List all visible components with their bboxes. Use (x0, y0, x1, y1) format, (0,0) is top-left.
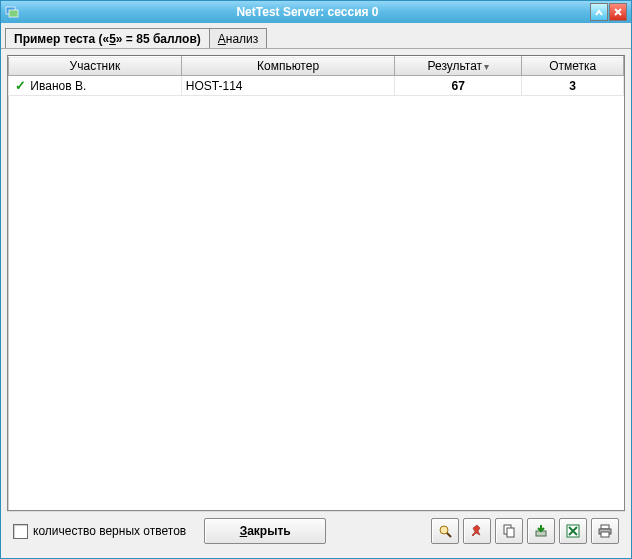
content-area: Участник Компьютер Результат▾ Отметка ✓ … (1, 49, 631, 558)
save-button[interactable] (527, 518, 555, 544)
cell-mark: 3 (522, 76, 624, 96)
col-header-computer[interactable]: Компьютер (181, 57, 394, 76)
results-table: Участник Компьютер Результат▾ Отметка ✓ … (8, 56, 624, 96)
svg-rect-6 (536, 531, 546, 536)
app-window: NetTest Server: сессия 0 Пример теста («… (0, 0, 632, 559)
printer-icon (597, 523, 613, 539)
checkmark-icon: ✓ (13, 78, 27, 93)
tab-test-example[interactable]: Пример теста («5» = 85 баллов) (5, 28, 210, 48)
close-button[interactable]: Закрыть (204, 518, 326, 544)
toolbar (431, 518, 619, 544)
checkbox-box (13, 524, 28, 539)
close-rest: акрыть (247, 524, 291, 538)
cell-result: 67 (395, 76, 522, 96)
col-header-participant[interactable]: Участник (9, 57, 182, 76)
table-wrapper: Участник Компьютер Результат▾ Отметка ✓ … (7, 55, 625, 511)
pin-button[interactable] (463, 518, 491, 544)
svg-rect-7 (567, 525, 579, 537)
copy-icon (501, 523, 517, 539)
bottom-bar: количество верных ответов Закрыть (7, 511, 625, 552)
sort-indicator-icon: ▾ (484, 61, 489, 72)
svg-rect-4 (504, 525, 511, 534)
copy-button[interactable] (495, 518, 523, 544)
svg-rect-5 (507, 528, 514, 537)
svg-rect-1 (9, 10, 18, 17)
pin-icon (469, 523, 485, 539)
tab-main-suffix: » = 85 баллов) (116, 32, 201, 46)
svg-rect-10 (601, 532, 609, 537)
excel-button[interactable] (559, 518, 587, 544)
svg-line-3 (447, 533, 451, 537)
tab-strip: Пример теста («5» = 85 баллов) Анализ (1, 23, 631, 49)
maximize-button[interactable] (590, 3, 608, 21)
col-header-result[interactable]: Результат▾ (395, 57, 522, 76)
cell-computer: HOST-114 (181, 76, 394, 96)
tab-main-hotkey: 5 (109, 32, 116, 46)
save-icon (533, 523, 549, 539)
svg-rect-9 (599, 529, 611, 534)
titlebar-buttons (590, 3, 627, 21)
col-header-mark[interactable]: Отметка (522, 57, 624, 76)
cell-participant: ✓ Иванов В. (9, 76, 182, 96)
app-icon (5, 5, 19, 19)
svg-point-2 (440, 526, 448, 534)
magnify-button[interactable] (431, 518, 459, 544)
print-button[interactable] (591, 518, 619, 544)
tab-main-prefix: Пример теста (« (14, 32, 109, 46)
tab-analysis-hotkey: А (218, 32, 226, 46)
close-window-button[interactable] (609, 3, 627, 21)
svg-rect-8 (601, 525, 609, 529)
checkbox-label: количество верных ответов (33, 524, 186, 538)
window-title: NetTest Server: сессия 0 (25, 5, 590, 19)
table-row[interactable]: ✓ Иванов В. HOST-114 67 3 (9, 76, 624, 96)
cell-participant-text: Иванов В. (30, 79, 86, 93)
tab-analysis-rest: нализ (226, 32, 259, 46)
tab-analysis[interactable]: Анализ (210, 28, 268, 48)
excel-icon (565, 523, 581, 539)
titlebar: NetTest Server: сессия 0 (1, 1, 631, 23)
correct-count-checkbox[interactable]: количество верных ответов (13, 524, 186, 539)
table-header-row: Участник Компьютер Результат▾ Отметка (9, 57, 624, 76)
magnifier-icon (437, 523, 453, 539)
